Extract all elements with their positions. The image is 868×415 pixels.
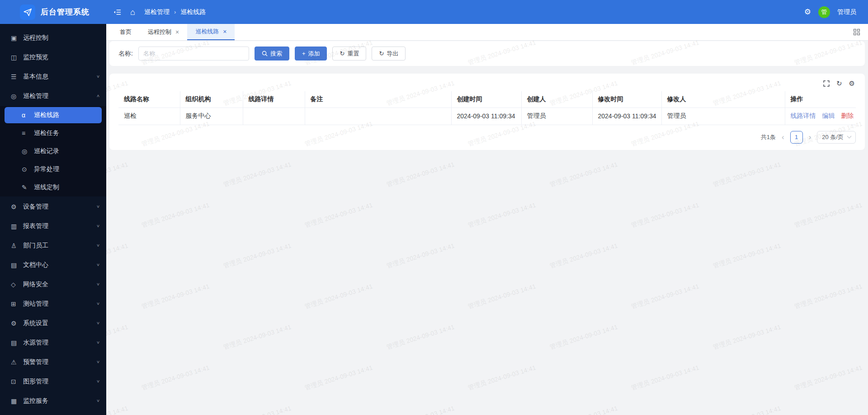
sidebar-item-monitor-service[interactable]: ▦ 监控服务 ∨ [0, 392, 106, 410]
topbar-nav: ⌂ 巡检管理 › 巡检线路 [113, 8, 206, 16]
chevron-icon: ∨ [96, 224, 100, 228]
breadcrumb: 巡检管理 › 巡检线路 [144, 8, 206, 16]
list-icon: ☰ [11, 73, 23, 80]
close-icon[interactable]: × [223, 28, 226, 35]
sidebar-item-basic-info[interactable]: ☰ 基本信息 ∨ [0, 67, 106, 86]
page-size-select[interactable]: 20 条/页 [817, 131, 856, 144]
watermark-text: 管理员 2024-09-03 14:41 [630, 283, 700, 311]
watermark-text: 管理员 2024-09-03 14:41 [793, 283, 863, 311]
sidebar: ▣ 远程控制 ◫ 监控预览 ☰ 基本信息 ∨ ◎ [0, 24, 106, 415]
org-nodes-icon: ⊞ [11, 300, 23, 308]
reset-button[interactable]: ↻ 重置 [332, 47, 366, 61]
home-icon[interactable]: ⌂ [130, 8, 135, 16]
prev-page-icon[interactable]: ‹ [782, 133, 784, 141]
cell-actions: 线路详情 编辑 删除 [785, 107, 856, 125]
watermark-text: 管理员 2024-09-03 14:41 [467, 364, 537, 392]
sidebar-item-monitor-preview[interactable]: ◫ 监控预览 [0, 48, 106, 66]
sidebar-item-route-custom[interactable]: ✎ 巡线定制 [0, 178, 106, 196]
sidebar-item-inspection-record[interactable]: ◎ 巡检记录 [0, 142, 106, 160]
camera-icon: ◫ [11, 54, 23, 61]
watermark-text: 管理员 2024-09-03 14:41 [630, 201, 700, 230]
watermark-text: 管理员 2024-09-03 14:41 [467, 283, 537, 311]
name-filter-input[interactable] [138, 47, 249, 61]
watermark-text: 管理员 2024-09-03 14:41 [106, 242, 129, 270]
document-icon: ▤ [11, 339, 23, 346]
close-icon[interactable]: × [175, 29, 179, 35]
scan-icon: ⊡ [11, 378, 23, 385]
app-logo-icon [20, 5, 35, 20]
main-content: 首页 远程控制 × 巡检线路 × 名称: [106, 24, 868, 415]
shield-icon: ◇ [11, 281, 23, 288]
sidebar-item-station-mgmt[interactable]: ⊞ 测站管理 ∨ [0, 294, 106, 313]
sidebar-item-label: 巡检线路 [34, 111, 100, 119]
next-page-icon[interactable]: › [809, 133, 811, 141]
watermark-text: 管理员 2024-09-03 14:41 [222, 242, 292, 270]
chevron-icon: ∨ [96, 398, 100, 403]
watermark-text: 管理员 2024-09-03 14:41 [549, 242, 619, 270]
watermark-text: 管理员 2024-09-03 14:41 [141, 283, 211, 311]
avatar[interactable]: 管 [818, 6, 830, 18]
export-button[interactable]: ↻ 导出 [372, 47, 406, 61]
watermark-text: 管理员 2024-09-03 14:41 [386, 161, 456, 189]
watermark-text: 管理员 2024-09-03 14:41 [467, 201, 537, 230]
tab-label: 首页 [120, 28, 132, 36]
refresh-icon[interactable]: ↻ [836, 80, 842, 87]
layout-grid-icon[interactable] [854, 29, 860, 35]
sidebar-item-graphics-mgmt[interactable]: ⊡ 图形管理 ∨ [0, 372, 106, 391]
page-size-value: 20 条/页 [822, 133, 844, 141]
table-toolbar: ↻ ⚙ [118, 77, 856, 91]
route-detail-link[interactable]: 线路详情 [791, 112, 816, 119]
chevron-icon: ∨ [96, 321, 100, 325]
sidebar-item-exception-handle[interactable]: ⊙ 异常处理 [0, 160, 106, 178]
table-card: ↻ ⚙ 线路名称 组织机构 线路详情 [109, 74, 865, 150]
breadcrumb-current[interactable]: 巡检线路 [180, 8, 206, 16]
tab-home[interactable]: 首页 [112, 24, 140, 40]
fullscreen-icon[interactable] [823, 80, 830, 87]
add-button[interactable]: + 添加 [295, 47, 327, 61]
cell-creator: 管理员 [521, 107, 592, 125]
table-row: 巡检 服务中心 2024-09-03 11:09:34 管理员 2024-09-… [118, 107, 856, 125]
sidebar-item-department-staff[interactable]: ♙ 部门员工 ∨ [0, 236, 106, 255]
username[interactable]: 管理员 [837, 8, 856, 16]
watermark-text: 管理员 2024-09-03 14:41 [222, 405, 292, 415]
sidebar-item-remote-control[interactable]: ▣ 远程控制 [0, 28, 106, 47]
sidebar-item-code-generation[interactable]: ▧ 代码生成 ∨ [0, 411, 106, 415]
watermark-text: 管理员 2024-09-03 14:41 [712, 405, 782, 415]
sidebar-item-report-mgmt[interactable]: ▥ 报表管理 ∨ [0, 217, 106, 235]
sidebar-item-water-source[interactable]: ▤ 水源管理 ∨ [0, 333, 106, 352]
chevron-icon: ∨ [96, 74, 100, 79]
sidebar-item-document-center[interactable]: ▤ 文档中心 ∨ [0, 256, 106, 274]
watermark-text: 管理员 2024-09-03 14:41 [106, 323, 129, 352]
sidebar-item-inspection-route[interactable]: α 巡检线路 [0, 106, 106, 124]
page-number-button[interactable]: 1 [790, 131, 803, 144]
watermark-text: 管理员 2024-09-03 14:41 [549, 323, 619, 352]
tab-inspection-route[interactable]: 巡检线路 × [187, 24, 235, 40]
sidebar-item-alert-mgmt[interactable]: ⚠ 预警管理 ∨ [0, 353, 106, 371]
watermark-text: 管理员 2024-09-03 14:41 [141, 364, 211, 392]
table-settings-icon[interactable]: ⚙ [849, 80, 855, 87]
pagination: 共1条 ‹ 1 › 20 条/页 [118, 131, 856, 144]
edit-link[interactable]: 编辑 [822, 112, 835, 119]
watermark-text: 管理员 2024-09-03 14:41 [386, 323, 456, 352]
search-icon [262, 51, 268, 56]
delete-link[interactable]: 删除 [841, 112, 854, 119]
bar-chart-icon: ▥ [11, 223, 23, 230]
sidebar-item-label: 监控预览 [23, 53, 100, 61]
person-icon: ♙ [11, 242, 23, 249]
chart-icon: ▦ [11, 397, 23, 405]
chevron-icon: ∨ [96, 282, 100, 286]
sidebar-item-inspection-task[interactable]: ≡ 巡检任务 [0, 124, 106, 142]
sidebar-item-device-mgmt[interactable]: ⚙ 设备管理 ∨ [0, 197, 106, 216]
alarm-icon: ⚠ [11, 359, 23, 366]
sidebar-item-network-security[interactable]: ◇ 网络安全 ∨ [0, 275, 106, 294]
app-window: 后台管理系统 ⌂ 巡检管理 › 巡检线路 ⚙ 管 管理员 ▣ 远 [0, 0, 868, 415]
settings-gear-icon[interactable]: ⚙ [804, 8, 811, 16]
sidebar-item-system-settings[interactable]: ⚙ 系统设置 ∨ [0, 314, 106, 332]
breadcrumb-separator: › [174, 9, 176, 15]
sidebar-collapse-icon[interactable] [113, 9, 121, 15]
breadcrumb-parent[interactable]: 巡检管理 [144, 8, 170, 16]
column-header: 修改时间 [592, 91, 661, 107]
tab-remote-control[interactable]: 远程控制 × [140, 24, 187, 40]
search-button[interactable]: 搜索 [255, 47, 289, 61]
sidebar-item-inspection-mgmt[interactable]: ◎ 巡检管理 ∧ [0, 87, 106, 105]
